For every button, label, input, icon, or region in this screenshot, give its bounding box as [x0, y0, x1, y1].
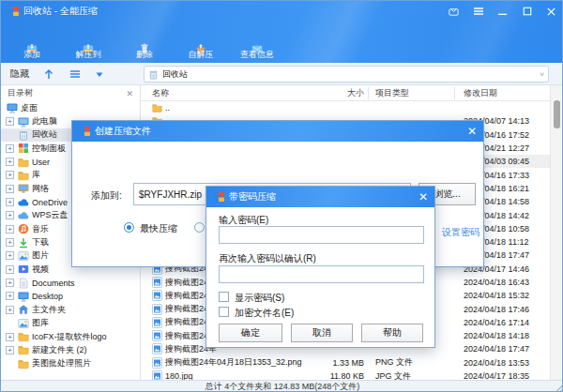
- file-name: 180.jpg: [165, 371, 193, 380]
- column-header-size[interactable]: 大小: [347, 85, 364, 100]
- tree-expander-icon[interactable]: +: [6, 185, 14, 193]
- second-compression-radio[interactable]: [194, 222, 205, 233]
- home-icon: [18, 304, 29, 315]
- tree-expander-icon[interactable]: +: [6, 306, 14, 314]
- tree-close-icon[interactable]: ✕: [126, 89, 133, 98]
- toolbar-delete-label: 删除: [136, 49, 153, 61]
- sidebar-item-图库[interactable]: 图库: [1, 317, 140, 330]
- sidebar-item-美图批处理照片[interactable]: 美图批处理照片: [1, 357, 140, 370]
- table-row[interactable]: ..: [141, 101, 550, 114]
- create-dialog-titlebar: 创建压缩文件 ✕: [72, 121, 483, 142]
- menu-icon[interactable]: [472, 6, 484, 18]
- create-dialog-close-icon[interactable]: ✕: [467, 126, 477, 137]
- help-button[interactable]: 帮助: [361, 324, 423, 342]
- image-icon: [152, 304, 162, 315]
- fastest-compression-radio[interactable]: [124, 222, 134, 233]
- column-header-date[interactable]: 修改日期: [464, 85, 497, 100]
- skin-icon[interactable]: [448, 6, 460, 18]
- view-list-icon[interactable]: [68, 68, 82, 81]
- sidebar-item-label: OneDrive: [32, 198, 68, 207]
- tree-expander-icon[interactable]: +: [6, 292, 14, 300]
- column-separator: [368, 87, 369, 99]
- toolbar-add-button[interactable]: 添加: [7, 23, 57, 61]
- view-dropdown-icon[interactable]: [95, 69, 104, 79]
- up-level-icon[interactable]: [42, 68, 55, 81]
- toolbar-sfx-button[interactable]: 自解压: [175, 23, 226, 61]
- cancel-button[interactable]: 取消: [291, 324, 353, 342]
- tree-expander-icon[interactable]: +: [6, 333, 14, 341]
- toolbar-delete-button[interactable]: 删除: [119, 23, 170, 61]
- file-date-cell: 2024/04/18 17:46: [464, 302, 529, 315]
- sidebar-item-label: Desktop: [32, 292, 63, 301]
- sidebar-item-Desktop[interactable]: +Desktop: [1, 290, 140, 303]
- sidebar-item-label: 视频: [32, 264, 49, 276]
- address-text: 回收站: [162, 68, 188, 81]
- file-date-cell: 2024/04/18 16:43: [464, 276, 529, 289]
- column-separator: [454, 87, 455, 99]
- network-icon: [18, 183, 29, 194]
- file-name: ..: [165, 103, 170, 113]
- folder-icon: [18, 344, 29, 355]
- image-icon: [152, 330, 162, 341]
- sidebar-item-label: 网络: [32, 183, 49, 195]
- pc-icon: [18, 116, 29, 128]
- resize-grip-icon[interactable]: [555, 384, 563, 392]
- sidebar-item-新建文件夹 (2)[interactable]: +新建文件夹 (2): [1, 343, 140, 356]
- password-dialog-close-icon[interactable]: ✕: [418, 191, 428, 203]
- image-icon: [152, 370, 162, 380]
- enter-password-label: 输入密码(E): [219, 214, 268, 227]
- sidebar-item-主文件夹[interactable]: +主文件夹: [1, 303, 140, 316]
- status-summary: 总计 4个文件夹和 124.83 MB(248个文件): [205, 381, 360, 392]
- music-icon: [18, 223, 29, 234]
- password-dialog-title: 带密码压缩: [229, 190, 276, 204]
- sidebar-item-label: 新建文件夹 (2): [32, 344, 87, 356]
- video-icon: [18, 264, 29, 275]
- scrollbar-thumb[interactable]: [554, 100, 560, 128]
- recycle-icon: [18, 129, 29, 141]
- tree-expander-icon[interactable]: +: [6, 144, 14, 153]
- close-icon[interactable]: [545, 6, 557, 18]
- create-dialog-title: 创建压缩文件: [95, 125, 151, 138]
- show-password-checkbox[interactable]: [219, 292, 229, 302]
- address-bar[interactable]: 回收站 ˅: [144, 66, 549, 83]
- password-dialog: 带密码压缩 ✕ 输入密码(E) 再次输入密码以确认(R) 显示密码(S) 加密文…: [205, 186, 435, 348]
- maximize-icon[interactable]: [521, 6, 533, 18]
- tree-expander-icon[interactable]: +: [6, 251, 14, 260]
- encrypt-names-checkbox[interactable]: [219, 307, 229, 317]
- toolbar-info-label: 查看信息: [240, 49, 274, 61]
- password-input[interactable]: [219, 226, 424, 244]
- folder-icon: [18, 358, 29, 369]
- toolbar-extract-button[interactable]: 解压到: [63, 23, 114, 61]
- box-icon: [195, 37, 206, 48]
- image-icon: [152, 343, 162, 354]
- tree-expander-icon[interactable]: +: [6, 265, 14, 274]
- sidebar-item-label: 库: [32, 169, 40, 181]
- ok-button[interactable]: 确定: [219, 324, 282, 342]
- doc-icon: [18, 278, 29, 289]
- tree-expander-icon[interactable]: +: [6, 225, 14, 234]
- column-header-type[interactable]: 项目类型: [375, 85, 409, 100]
- column-header-name[interactable]: 名称: [152, 85, 169, 100]
- toolbar-info-button[interactable]: 查看信息: [232, 23, 282, 61]
- tree-expander-icon[interactable]: +: [6, 238, 14, 247]
- hide-panel-button[interactable]: 隐藏: [10, 68, 29, 81]
- tree-expander-icon[interactable]: +: [6, 171, 14, 179]
- tree-expander-icon[interactable]: +: [6, 279, 14, 287]
- tree-expander-icon[interactable]: +: [6, 158, 14, 166]
- table-row[interactable]: 180.jpg11.80 KBJPG 文件2024/04/17 18:35: [141, 369, 550, 380]
- tree-expander-icon[interactable]: +: [6, 117, 14, 126]
- app-window: 回收站 - 全能压缩 添加解压到删除自解压查看信息: [0, 0, 563, 392]
- sidebar-item-桌面[interactable]: 桌面: [1, 101, 140, 114]
- table-row[interactable]: 搜狗截图24年04月18日1353_32.png1.33 MBPNG 文件202…: [141, 356, 550, 369]
- confirm-password-input[interactable]: [219, 265, 424, 283]
- sidebar-item-IcoFX-提取软件logo[interactable]: +IcoFX-提取软件logo: [1, 330, 140, 343]
- set-password-link[interactable]: 设置密码: [442, 226, 479, 239]
- address-dropdown-icon[interactable]: ˅: [540, 70, 544, 79]
- tree-expander-icon[interactable]: +: [6, 211, 14, 219]
- tree-expander-icon[interactable]: +: [6, 346, 14, 354]
- tree-expander-icon[interactable]: +: [6, 198, 14, 206]
- vertical-scrollbar[interactable]: [550, 85, 562, 380]
- sidebar-item-Documents[interactable]: +Documents: [1, 276, 140, 289]
- sidebar-item-label: WPS云盘: [32, 209, 68, 221]
- minimize-icon[interactable]: [496, 6, 509, 18]
